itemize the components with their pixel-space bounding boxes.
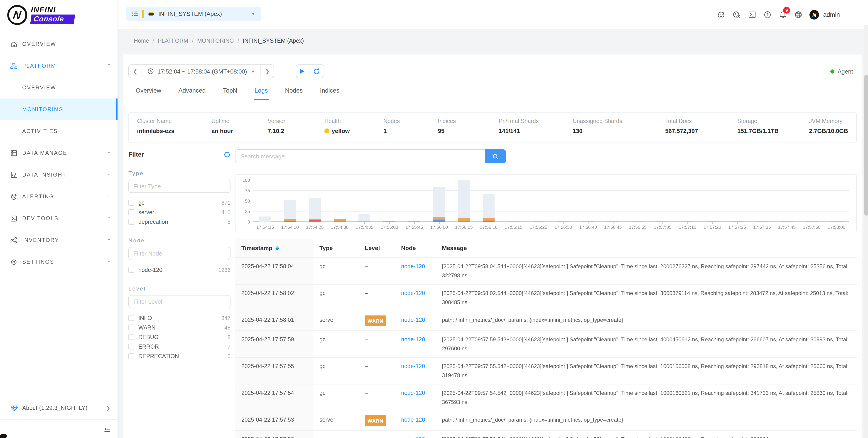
checkbox[interactable] <box>128 344 134 350</box>
breadcrumb-item[interactable]: PLATFORM <box>158 38 188 44</box>
node-link[interactable]: node-120 <box>401 263 425 270</box>
node-link[interactable]: node-120 <box>401 290 425 296</box>
cluster-selector[interactable]: INFINI_SYSTEM (Apex) ▼ <box>126 7 261 21</box>
cell-type: server <box>313 411 359 431</box>
sidebar-item-data-manage[interactable]: DATA MANAGE⌄ <box>0 142 118 164</box>
sidebar-item-overview[interactable]: OVERVIEW <box>0 33 118 55</box>
cell-node: node-120 <box>395 384 436 411</box>
discord-icon[interactable] <box>717 10 725 19</box>
tab-nodes[interactable]: Nodes <box>284 81 304 100</box>
x-axis-tick <box>737 223 738 224</box>
bar-segment-error <box>309 220 321 221</box>
node-link[interactable]: node-120 <box>401 317 425 323</box>
tab-topn[interactable]: TopN <box>222 81 238 100</box>
x-axis-tick <box>538 223 539 224</box>
tab-indices[interactable]: Indices <box>319 81 340 100</box>
column-header-label: Timestamp <box>241 245 273 252</box>
help-icon[interactable]: ? <box>763 10 772 19</box>
column-header-timestamp[interactable]: Timestamp <box>235 239 313 258</box>
sidebar-item-overview[interactable]: OVERVIEW <box>0 77 118 98</box>
bar-segment-info <box>433 221 445 222</box>
checkbox[interactable] <box>128 324 134 330</box>
breadcrumb-item[interactable]: Home <box>134 38 149 44</box>
filter-input-type[interactable] <box>128 180 230 193</box>
user-avatar[interactable]: N <box>809 10 819 20</box>
sidebar-item-alerting[interactable]: ALERTING⌄ <box>0 186 118 207</box>
stacked-bar <box>632 222 644 222</box>
filter-option-count: 48 <box>224 324 230 331</box>
collapse-sidebar-icon[interactable] <box>103 425 111 433</box>
bar-group-17:57:20 <box>700 180 725 222</box>
bar-group-17:57:50 <box>799 180 824 222</box>
username[interactable]: admin <box>823 11 840 18</box>
sidebar-item-activities[interactable]: ACTIVITIES <box>0 120 118 142</box>
filter-option-count: 871 <box>221 200 230 206</box>
filter-input-node[interactable] <box>128 247 230 260</box>
node-link[interactable]: node-120 <box>401 390 425 396</box>
filter-option-label: WARN <box>138 324 220 331</box>
page-scrollbar-thumb[interactable] <box>864 75 868 215</box>
y-axis-tick-label: 75 <box>245 188 250 193</box>
node-link[interactable]: node-120 <box>401 336 425 343</box>
chart-plot-area: 0255075100 <box>253 180 849 222</box>
sidebar-item-dev-tools[interactable]: DEV TOOLS⌄ <box>0 207 118 229</box>
node-link[interactable]: node-120 <box>401 417 425 423</box>
bar-segment-warn <box>433 217 445 221</box>
checkbox[interactable] <box>128 200 134 206</box>
stacked-bar <box>259 216 271 222</box>
time-prev-button[interactable]: ❮ <box>129 65 142 78</box>
cell-node: node-120 <box>395 284 436 311</box>
filter-refresh-icon[interactable] <box>224 151 230 158</box>
filter-input-level[interactable] <box>128 295 230 308</box>
sidebar-item-monitoring[interactable]: MONITORING <box>0 98 118 120</box>
checkbox[interactable] <box>128 353 134 359</box>
node-link[interactable]: node-120 <box>401 363 425 370</box>
cell-level: – <box>359 431 395 438</box>
bar-segment-warn <box>682 222 693 222</box>
search-button[interactable] <box>485 149 506 164</box>
top-header: INFINI_SYSTEM (Apex) ▼ ? 9 N <box>118 0 868 29</box>
checkbox[interactable] <box>128 315 134 321</box>
cell-type: server <box>313 311 359 331</box>
bar-segment-info <box>309 221 321 222</box>
timezone-icon[interactable] <box>732 10 741 19</box>
notifications-bell-icon[interactable]: 9 <box>779 10 787 19</box>
clipped-dark-element <box>0 434 7 438</box>
console-terminal-icon[interactable] <box>748 10 756 19</box>
logs-content: 025507510017:54:1517:54:2017:54:2517:54:… <box>235 149 857 438</box>
sidebar-item-inventory[interactable]: INVENTORY⌄ <box>0 229 118 251</box>
filter-option-server: server410 <box>128 207 230 217</box>
tab-overview[interactable]: Overview <box>135 81 162 100</box>
sort-control[interactable] <box>276 245 279 251</box>
checkbox[interactable] <box>128 334 134 340</box>
chevron-down-icon: ⌄ <box>106 236 111 241</box>
checkbox[interactable] <box>128 209 134 215</box>
sidebar-item-platform[interactable]: PLATFORM⌃ <box>0 55 118 77</box>
tab-logs[interactable]: Logs <box>254 81 269 100</box>
app-logo[interactable]: N INFINI Console /// <box>0 0 118 29</box>
chevron-down-icon: ⌄ <box>106 171 111 176</box>
x-axis-tick-label: 17:54:35 <box>352 225 377 230</box>
sidebar-item-settings[interactable]: SETTINGS⌄ <box>0 251 118 273</box>
sidebar-item-data-insight[interactable]: DATA INSIGHT⌄ <box>0 164 118 186</box>
tab-advanced[interactable]: Advanced <box>178 81 207 100</box>
sidebar-item-label: ALERTING <box>22 193 106 200</box>
bar-group-17:55:45 <box>402 180 427 222</box>
cell-level: – <box>359 331 395 357</box>
x-axis-tick <box>365 223 365 224</box>
auto-refresh-play-button[interactable] <box>297 65 309 78</box>
bar-group-17:56:00 <box>427 180 452 222</box>
breadcrumb-item[interactable]: MONITORING <box>197 38 234 44</box>
time-range-picker[interactable]: 17:52:04 ~ 17:58:04 (GMT+08:00) ▼ <box>142 65 260 78</box>
time-next-button[interactable]: ❯ <box>261 65 274 78</box>
node-link[interactable]: node-120 <box>401 436 425 438</box>
page-scrollbar-track[interactable] <box>864 25 868 438</box>
checkbox[interactable] <box>128 219 134 225</box>
language-globe-icon[interactable] <box>794 10 803 19</box>
sidebar-item-about[interactable]: About (1.29.3_NIGHTLY) ❯ <box>0 400 118 417</box>
refresh-button[interactable] <box>309 65 324 78</box>
filter-option-gc: gc871 <box>128 198 230 207</box>
checkbox[interactable] <box>128 267 134 273</box>
bar-segment-info <box>284 221 296 222</box>
search-input[interactable] <box>235 149 485 164</box>
